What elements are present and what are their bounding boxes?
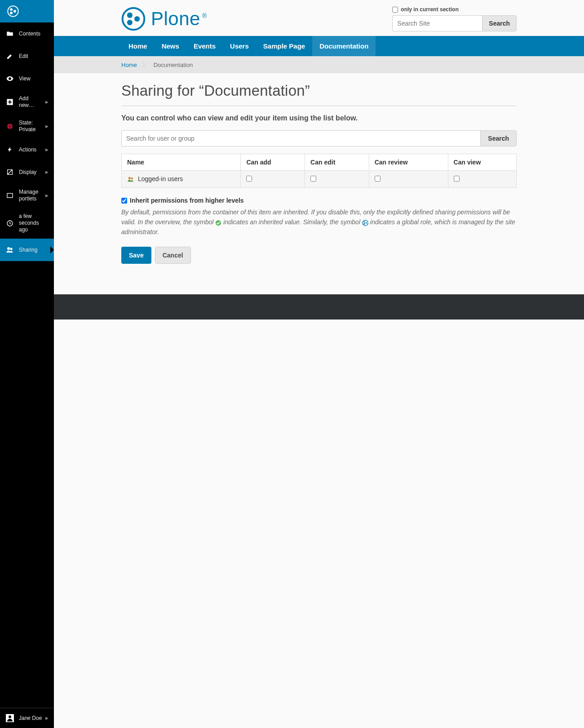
shapes-icon (5, 168, 14, 177)
sidebar-item-label: Contents (19, 31, 49, 37)
svg-point-15 (134, 16, 140, 22)
content: Sharing for “Documentation” You can cont… (121, 73, 517, 282)
svg-point-23 (363, 223, 365, 225)
sidebar-item-label: State: Private (19, 120, 44, 133)
sidebar-item-label: Edit (19, 53, 49, 60)
search-button[interactable]: Search (482, 15, 517, 31)
checkbox-can-view[interactable] (454, 176, 460, 182)
pencil-icon (5, 52, 14, 61)
svg-point-13 (123, 8, 145, 30)
user-search-input[interactable] (121, 130, 480, 146)
svg-rect-7 (7, 193, 13, 197)
sidebar-item-label: a few seconds ago (19, 213, 49, 233)
sidebar-item-view[interactable]: View (0, 67, 54, 90)
inherit-permissions-text: Inherit permissions from higher levels (130, 197, 244, 204)
cancel-button[interactable]: Cancel (155, 247, 191, 264)
inherited-value-icon (215, 219, 221, 226)
cell-can-view (448, 171, 516, 188)
footer (54, 294, 584, 320)
sidebar-items: Contents Edit View Add new… ▶ State: Pri… (0, 22, 54, 708)
svg-point-1 (10, 8, 13, 11)
only-current-section-text: only in current section (401, 6, 459, 13)
people-icon (5, 245, 14, 254)
table-header-row: Name Can add Can edit Can review Can vie… (122, 154, 517, 171)
only-current-section-checkbox[interactable] (392, 7, 398, 13)
sidebar-item-sharing[interactable]: Sharing (0, 239, 54, 261)
cell-name: Logged-in users (122, 171, 241, 188)
clock-icon (5, 219, 14, 228)
square-icon (5, 191, 14, 200)
sidebar-item-contents[interactable]: Contents (0, 22, 54, 45)
plus-icon (5, 98, 14, 107)
table-row: Logged-in users (122, 171, 517, 188)
checkbox-can-edit[interactable] (310, 176, 316, 182)
sidebar-item-display[interactable]: Display ▶ (0, 161, 54, 183)
site-search: only in current section Search (392, 6, 517, 31)
svg-point-22 (366, 222, 367, 224)
checkbox-can-review[interactable] (375, 176, 380, 182)
col-name: Name (122, 154, 241, 171)
svg-point-17 (128, 177, 131, 179)
page-subtitle: You can control who can view and edit yo… (121, 114, 517, 122)
svg-point-20 (363, 220, 368, 226)
inherit-permissions-checkbox[interactable] (121, 198, 127, 204)
sidebar-item-manage-portlets[interactable]: Manage portlets ▶ (0, 183, 54, 208)
breadcrumb-separator-icon: 〉 (142, 61, 148, 69)
sidebar-item-edit[interactable]: Edit (0, 45, 54, 67)
brand-name: Plone® (151, 8, 207, 30)
breadcrumb-home[interactable]: Home (121, 62, 137, 68)
inherit-permissions-label[interactable]: Inherit permissions from higher levels (121, 197, 517, 204)
topbar: Plone® only in current section Search (54, 0, 584, 36)
sidebar-item-history[interactable]: a few seconds ago (0, 208, 54, 239)
sidebar-item-label: Add new… (19, 95, 44, 109)
chevron-right-icon: ▶ (45, 716, 49, 720)
checkbox-can-add[interactable] (246, 176, 252, 182)
svg-point-16 (127, 20, 133, 25)
sidebar-item-add-new[interactable]: Add new… ▶ (0, 90, 54, 114)
col-can-edit: Can edit (305, 154, 369, 171)
toolbar-sidebar: Contents Edit View Add new… ▶ State: Pri… (0, 0, 54, 728)
only-current-section-label[interactable]: only in current section (392, 6, 459, 13)
svg-point-19 (216, 220, 221, 226)
col-can-review: Can review (369, 154, 448, 171)
plone-circle-icon (7, 5, 19, 17)
plone-logo-icon (121, 7, 146, 31)
sidebar-item-actions[interactable]: Actions ▶ (0, 138, 54, 161)
sidebar-user-menu[interactable]: Jane Doe ▶ (0, 708, 54, 728)
nav-tab-sample-page[interactable]: Sample Page (256, 36, 312, 56)
nav-tab-home[interactable]: Home (121, 36, 155, 56)
bolt-icon (5, 145, 14, 154)
row-name-text: Logged-in users (138, 175, 183, 182)
site-logo[interactable]: Plone® (121, 7, 207, 31)
nav-tab-events[interactable]: Events (186, 36, 223, 56)
svg-point-2 (13, 10, 16, 13)
user-search-button[interactable]: Search (480, 130, 517, 146)
chevron-right-icon: ▶ (45, 124, 49, 129)
col-can-view: Can view (448, 154, 516, 171)
chevron-right-icon: ▶ (45, 193, 49, 198)
nav-tab-documentation[interactable]: Documentation (312, 36, 376, 56)
plone-logo-button[interactable] (0, 0, 54, 22)
breadcrumb: Home 〉 Documentation (54, 56, 584, 73)
svg-point-0 (8, 6, 18, 16)
svg-point-10 (10, 248, 12, 250)
sidebar-item-label: Manage portlets (19, 189, 44, 202)
sidebar-item-state[interactable]: State: Private ▶ (0, 114, 54, 138)
svg-point-4 (9, 78, 11, 80)
nav-tab-users[interactable]: Users (223, 36, 256, 56)
sidebar-item-label: View (19, 75, 49, 82)
svg-point-3 (10, 12, 13, 14)
chevron-right-icon: ▶ (45, 170, 49, 174)
svg-point-18 (131, 178, 133, 180)
nav-tab-news[interactable]: News (155, 36, 186, 56)
main-area: Plone® only in current section Search Ho… (54, 0, 584, 728)
user-search-row: Search (121, 130, 517, 146)
cell-can-add (241, 171, 305, 188)
sidebar-item-label: Sharing (19, 247, 49, 253)
chevron-right-icon: ▶ (45, 100, 49, 104)
page-title: Sharing for “Documentation” (121, 82, 517, 99)
search-input[interactable] (392, 15, 482, 31)
svg-point-12 (9, 715, 11, 718)
user-icon (5, 714, 14, 723)
save-button[interactable]: Save (121, 247, 151, 264)
